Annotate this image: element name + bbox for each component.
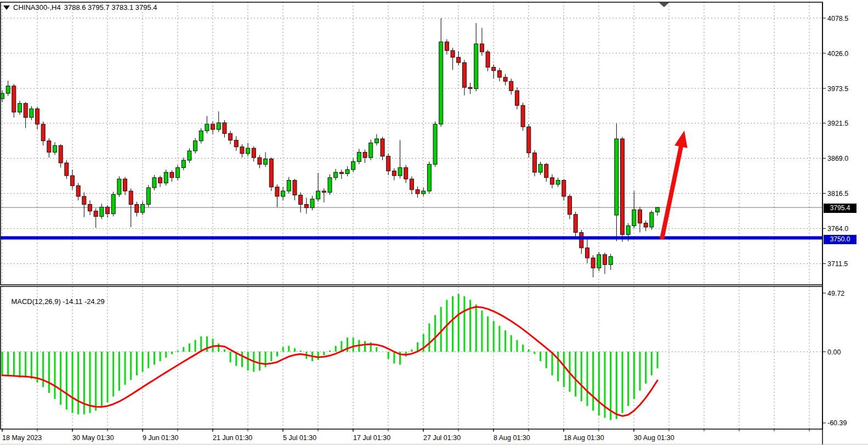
time-axis-label: 21 Jun 01:30	[213, 434, 252, 442]
price-axis-label: 3973.5	[827, 85, 848, 93]
price-axis-label: 4078.5	[827, 15, 848, 22]
time-axis-label: 27 Jul 01:30	[423, 434, 461, 442]
macd-axis-label: 0.00	[827, 348, 841, 356]
current-price-badge: 3795.4	[824, 204, 856, 213]
time-axis-label: 18 May 2023	[2, 434, 42, 442]
price-axis-label: 3816.5	[827, 190, 848, 198]
time-axis-label: 8 Aug 01:30	[493, 434, 530, 442]
price-axis-label: 3869.0	[827, 155, 848, 162]
time-axis-label: 18 Aug 01:30	[564, 434, 604, 442]
macd-indicator-label: MACD(12,26,9) -14.11 -24.29	[3, 289, 105, 314]
time-axis-label: 30 Aug 01:30	[634, 434, 674, 442]
price-axis[interactable]: 4078.54026.03973.53921.53869.03816.53764…	[822, 15, 848, 268]
trading-chart-window: 4078.54026.03973.53921.53869.03816.53764…	[0, 0, 868, 445]
macd-axis-label: -60.39	[827, 419, 847, 427]
macd-label-text: MACD(12,26,9) -14.11 -24.29	[11, 297, 104, 306]
macd-axis[interactable]: 49.720.00-60.39	[822, 290, 847, 427]
ohlc-readout: 3788.6 3795.7 3783.1 3795.4	[64, 3, 157, 12]
time-axis-label: 30 May 01:30	[72, 434, 114, 442]
symbol-label: CHINA300-,H4	[13, 3, 61, 12]
price-axis-label: 3764.0	[827, 225, 848, 233]
symbol-dropdown-icon[interactable]	[3, 5, 10, 10]
time-axis[interactable]: 18 May 202330 May 01:309 Jun 01:3021 Jun…	[2, 429, 809, 442]
grid-lines	[1, 2, 822, 429]
chart-title: CHINA300-,H4 3788.6 3795.7 3783.1 3795.4	[3, 3, 157, 12]
support-price-badge: 3750.0	[824, 235, 856, 244]
macd-axis-label: 49.72	[827, 290, 844, 297]
price-axis-label: 3711.5	[827, 260, 848, 268]
price-axis-label: 3921.5	[827, 120, 848, 127]
time-axis-label: 5 Jul 01:30	[283, 434, 316, 442]
chart-canvas[interactable]: 4078.54026.03973.53921.53869.03816.53764…	[0, 0, 868, 445]
macd-signal-line	[2, 307, 657, 416]
time-axis-label: 17 Jul 01:30	[353, 434, 390, 442]
chart-shift-marker-icon[interactable]	[659, 3, 669, 7]
trend-arrow[interactable]	[662, 131, 688, 239]
time-axis-label: 9 Jun 01:30	[143, 434, 178, 442]
price-axis-label: 4026.0	[827, 50, 848, 58]
